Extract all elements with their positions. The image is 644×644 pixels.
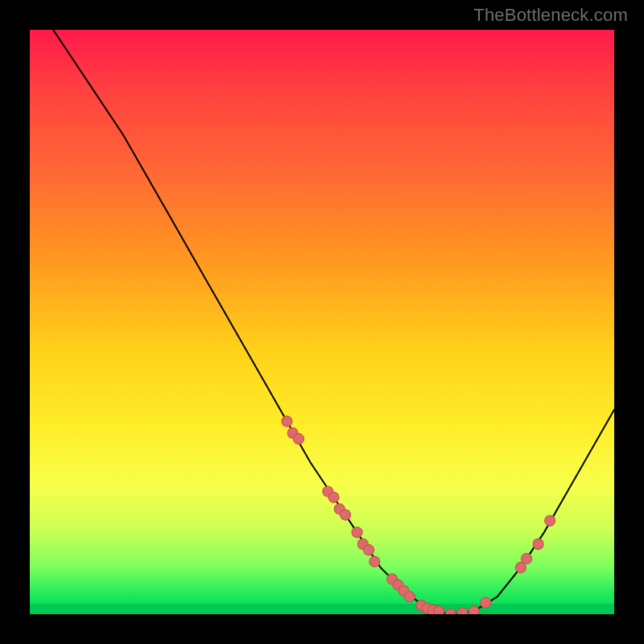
data-marker: [533, 539, 543, 549]
data-marker: [352, 527, 362, 538]
data-marker: [522, 553, 532, 564]
data-marker: [445, 609, 456, 614]
data-marker: [369, 556, 380, 567]
data-marker: [481, 597, 491, 608]
curve-overlay: [30, 30, 614, 614]
data-marker: [282, 416, 292, 427]
data-marker: [293, 434, 303, 444]
plot-area: [30, 30, 614, 614]
data-marker: [404, 592, 415, 602]
data-marker: [341, 510, 351, 520]
chart-frame: TheBottleneck.com: [0, 0, 644, 644]
data-markers: [282, 416, 555, 614]
data-marker: [434, 606, 444, 614]
data-marker: [457, 608, 468, 614]
bottleneck-curve: [53, 30, 614, 614]
data-marker: [469, 606, 479, 614]
watermark-label: TheBottleneck.com: [473, 5, 628, 26]
data-marker: [364, 545, 374, 555]
data-marker: [328, 492, 339, 502]
data-marker: [545, 515, 555, 526]
